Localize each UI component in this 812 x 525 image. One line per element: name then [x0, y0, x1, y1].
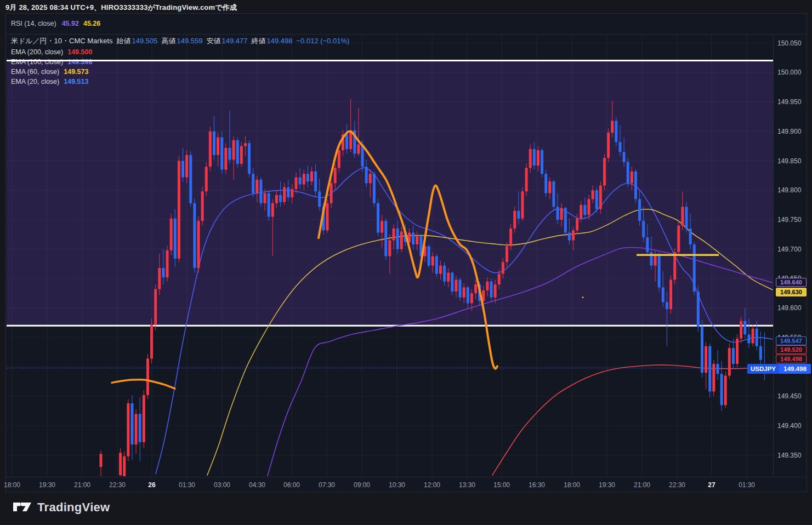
ohlc-value: 149.498 [267, 37, 293, 45]
candle-body [537, 150, 540, 166]
candle-body [513, 211, 516, 229]
candle-body [576, 219, 578, 230]
candle-body [615, 121, 617, 142]
candle-body [396, 229, 399, 249]
ema-value: 149.500 [67, 48, 92, 56]
candle-body [139, 414, 141, 442]
candle-body [599, 186, 602, 209]
ohlc-value: 149.505 [132, 37, 158, 45]
candle-body [306, 174, 309, 181]
candle-body [592, 190, 594, 199]
time-tick-label: 27 [708, 481, 715, 489]
candle-body [634, 172, 637, 199]
candle-body [170, 219, 173, 250]
candle-body [743, 321, 746, 335]
candle-body [189, 155, 192, 203]
candle-body [529, 149, 532, 168]
ema-legend-row[interactable]: EMA (100, close)149.598 [11, 58, 349, 66]
candle-body [345, 134, 348, 149]
candle-body [486, 282, 489, 290]
price-tick-label: 149.450 [777, 392, 806, 400]
white-horizontal-line-top[interactable] [7, 60, 773, 61]
candle-body [658, 255, 661, 287]
ema-legend-row[interactable]: EMA (60, close)149.573 [11, 68, 349, 76]
ema-label: EMA (20, close) [11, 78, 59, 85]
price-tick-label: 149.900 [777, 128, 806, 135]
candle-body [228, 148, 231, 159]
rsi-pane[interactable]: RSI (14, close)45.9245.26 [6, 14, 807, 35]
price-label-box[interactable]: 149.630 [776, 288, 807, 296]
time-tick-label: 21:00 [74, 481, 90, 489]
ema-legend-row[interactable]: EMA (20, close)149.513 [11, 78, 349, 85]
candle-body [583, 205, 586, 215]
candle-body [240, 146, 243, 164]
candle-body [502, 262, 504, 273]
candle-body [548, 181, 551, 193]
time-tick-label: 01:30 [739, 481, 755, 489]
time-tick-label: 19:30 [599, 481, 615, 489]
time-tick-label: 12:00 [424, 481, 440, 489]
candle-body [393, 229, 395, 240]
tradingview-logo-text: TradingView [37, 500, 110, 515]
candle-body [154, 289, 157, 324]
symbol-title: 米ドル／円・10・CMC Markets [11, 37, 113, 45]
candle-body [451, 273, 453, 292]
time-tick-label: 10:30 [389, 481, 405, 489]
rsi-legend[interactable]: RSI (14, close)45.9245.26 [11, 20, 100, 27]
candle-body [209, 132, 212, 167]
candle-body [193, 203, 196, 268]
price-label-box[interactable]: 149.640 [776, 278, 807, 287]
candle-body [146, 358, 149, 395]
candle-body [607, 133, 610, 158]
symbol-legend-row[interactable]: 米ドル／円・10・CMC Markets始値149.505高値149.559安値… [11, 36, 349, 46]
candle-body [334, 168, 337, 183]
candle-body [127, 403, 129, 456]
candle-body [494, 284, 497, 298]
price-tick-label: 149.800 [777, 186, 806, 194]
ohlc-value: 149.477 [222, 37, 248, 45]
candle-body [603, 158, 606, 185]
price-label-box[interactable]: 149.498 [776, 355, 807, 363]
candle-body [752, 329, 754, 344]
change-value: −0.012 (−0.01%) [297, 37, 350, 45]
time-tick-label: 22:30 [109, 481, 126, 489]
price-label-box[interactable]: 149.547 [776, 336, 807, 345]
tradingview-logo[interactable]: TradingView [13, 500, 110, 515]
candle-body [330, 183, 333, 203]
candle-body [662, 287, 665, 302]
candle-body [681, 207, 684, 225]
candle-body [318, 191, 321, 207]
candle-body [275, 195, 278, 203]
candle-body [631, 172, 633, 183]
candle-body [388, 240, 391, 256]
ema-label: EMA (200, close) [11, 48, 63, 56]
candle-body [564, 208, 567, 232]
candle-body [185, 155, 188, 178]
candle-body [580, 205, 582, 219]
price-chart-plot[interactable] [7, 35, 773, 476]
candle-body [490, 282, 493, 298]
candle-body [623, 152, 626, 162]
time-axis[interactable]: 18:0019:3021:0022:302601:3003:0004:3006:… [6, 477, 807, 492]
candle-body [560, 208, 563, 219]
candle-body [197, 221, 200, 268]
candle-body [220, 138, 223, 170]
creation-attribution: 9月 28, 2025 08:34 UTC+9、HIRO3333333がTrad… [5, 3, 237, 13]
candle-body [728, 348, 731, 375]
symbol-price-flag[interactable]: USDJPY149.498 [747, 364, 811, 374]
candle-body [759, 346, 762, 360]
candle-body [701, 327, 703, 373]
price-axis[interactable]: 150.050150.000149.950149.900149.850149.8… [773, 35, 807, 476]
orange-brush-small[interactable] [112, 380, 175, 389]
candle-body [287, 187, 289, 197]
candle-body [455, 279, 457, 291]
candle-body [384, 221, 387, 256]
time-tick-label: 04:30 [249, 481, 265, 489]
candle-body [244, 143, 247, 146]
candle-body [338, 150, 340, 168]
price-label-box[interactable]: 149.520 [776, 345, 807, 354]
candle-body [428, 246, 430, 265]
ema-legend-row[interactable]: EMA (200, close)149.500 [11, 48, 349, 56]
candle-body [646, 237, 649, 252]
time-tick-label: 21:00 [634, 481, 650, 489]
